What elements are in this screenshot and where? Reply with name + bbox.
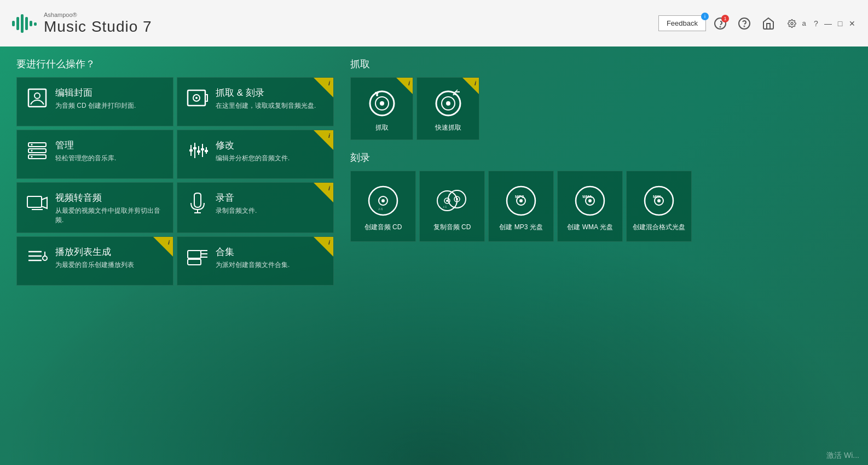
settings-ctrl[interactable]	[787, 19, 797, 28]
tile-playlist[interactable]: i 播放列表生成 为最爱的音乐创建播放列表	[16, 236, 173, 286]
record-desc: 录制音频文件.	[216, 206, 325, 216]
font-ctrl[interactable]: a	[799, 19, 809, 28]
svg-rect-32	[27, 196, 42, 207]
feedback-info-badge: i	[701, 13, 709, 20]
tile-quick-capture[interactable]: i 快速抓取	[416, 77, 479, 140]
tile-rip-burn[interactable]: i 抓取 & 刻录 在这里创建，读取或复制音频光盘.	[177, 77, 334, 126]
home-icon-button[interactable]	[759, 14, 778, 33]
close-ctrl[interactable]: ✕	[847, 19, 857, 28]
svg-rect-30	[201, 148, 204, 150]
modify-info-badge: i	[328, 132, 330, 139]
edit-cover-title: 编辑封面	[55, 86, 164, 99]
rip-burn-title: 抓取 & 刻录	[216, 86, 325, 99]
create-audio-cd-label: 创建音频 CD	[364, 223, 402, 232]
rip-burn-desc: 在这里创建，读取或复制音频光盘.	[216, 101, 325, 111]
help-icon-button[interactable]	[734, 14, 754, 33]
capture-section: 抓取 i 抓取	[350, 57, 852, 140]
playlist-info-badge: i	[168, 239, 170, 246]
record-title: 录音	[216, 191, 325, 204]
tile-modify[interactable]: i 修改	[177, 130, 334, 179]
svg-point-9	[744, 26, 745, 26]
record-icon	[186, 191, 209, 214]
svg-point-49	[376, 94, 378, 96]
titlebar-right: Feedback i 1	[658, 14, 857, 33]
svg-point-48	[380, 101, 384, 106]
video-audio-icon	[26, 191, 49, 214]
tile-copy-audio-cd[interactable]: ♪♫ 复制音频 CD	[419, 171, 485, 242]
create-wma-label: 创建 WMA 光盘	[567, 223, 612, 232]
support-icon-button[interactable]: 1	[710, 14, 730, 33]
window-controls: a ? — □ ✕	[787, 19, 857, 28]
svg-rect-29	[197, 150, 200, 153]
svg-rect-41	[188, 251, 201, 258]
left-section-title: 要进行什么操作？	[16, 57, 334, 71]
svg-rect-27	[189, 149, 193, 152]
create-mix-label: 创建混合格式光盘	[633, 223, 685, 232]
modify-text: 修改 编辑并分析您的音频文件.	[216, 139, 325, 163]
svg-point-71	[588, 199, 592, 202]
logo-area: Ashampoo® Music Studio 7	[11, 11, 152, 36]
tile-create-mp3[interactable]: MP3 创建 MP3 光盘	[488, 171, 554, 242]
svg-point-39	[43, 256, 47, 260]
svg-point-19	[31, 144, 33, 146]
collection-icon	[186, 246, 209, 269]
modify-icon	[186, 139, 209, 162]
manage-title: 管理	[55, 139, 164, 152]
svg-point-10	[791, 22, 793, 25]
minimize-ctrl[interactable]: —	[823, 19, 833, 28]
svg-point-52	[446, 101, 450, 106]
svg-point-75	[657, 199, 661, 202]
svg-text:MP3: MP3	[515, 194, 524, 199]
collection-info-badge: i	[328, 239, 330, 246]
svg-rect-28	[193, 147, 196, 149]
tile-create-audio-cd[interactable]: ♪♫ 创建音频 CD	[350, 171, 416, 242]
svg-rect-42	[188, 259, 201, 265]
brand-label: Ashampoo®	[44, 11, 152, 18]
create-wma-icon: WMA	[572, 183, 608, 218]
manage-desc: 轻松管理您的音乐库.	[55, 154, 164, 163]
quick-capture-info-badge: i	[474, 80, 476, 86]
question-ctrl[interactable]: ?	[811, 19, 821, 28]
capture-row: i 抓取 i	[350, 77, 852, 140]
video-audio-desc: 从最爱的视频文件中提取并剪切出音频.	[55, 206, 164, 225]
tile-record[interactable]: i 录音 录制音频文件.	[177, 182, 334, 233]
tile-video-audio[interactable]: 视频转音频 从最爱的视频文件中提取并剪切出音频.	[16, 182, 173, 233]
rip-burn-text: 抓取 & 刻录 在这里创建，读取或复制音频光盘.	[216, 86, 325, 111]
svg-point-7	[720, 26, 721, 27]
svg-point-67	[519, 199, 523, 202]
svg-rect-4	[30, 21, 32, 26]
tile-create-wma[interactable]: WMA 创建 WMA 光盘	[557, 171, 623, 242]
record-text: 录音 录制音频文件.	[216, 191, 325, 216]
capture-label: 抓取	[375, 123, 389, 132]
playlist-text: 播放列表生成 为最爱的音乐创建播放列表	[55, 246, 164, 270]
svg-rect-5	[34, 22, 37, 26]
copy-audio-cd-icon: ♪♫	[435, 183, 470, 218]
copy-audio-cd-label: 复制音频 CD	[433, 223, 471, 232]
feature-grid: 编辑封面 为音频 CD 创建并打印封面. i 抓取 & 刻录 在这里创建，读取或…	[16, 77, 334, 286]
svg-rect-0	[12, 21, 15, 26]
collection-desc: 为派对创建音频文件合集.	[216, 260, 325, 270]
capture-icon	[366, 87, 398, 120]
capture-info-badge: i	[408, 80, 410, 86]
capture-title: 抓取	[350, 57, 852, 71]
svg-point-63	[456, 198, 458, 200]
app-logo-icon	[11, 13, 38, 34]
feedback-button[interactable]: Feedback i	[658, 15, 706, 31]
quick-capture-label: 快速抓取	[435, 123, 461, 132]
maximize-ctrl[interactable]: □	[835, 19, 845, 28]
tile-edit-cover[interactable]: 编辑封面 为音频 CD 创建并打印封面.	[16, 77, 173, 126]
tile-capture[interactable]: i 抓取	[350, 77, 413, 140]
svg-text:WMA: WMA	[582, 195, 592, 199]
quick-capture-icon	[432, 87, 465, 120]
tile-create-mix[interactable]: MIX 创建混合格式光盘	[626, 171, 692, 242]
edit-cover-text: 编辑封面 为音频 CD 创建并打印封面.	[55, 86, 164, 111]
burn-title: 刻录	[350, 151, 852, 164]
playlist-title: 播放列表生成	[55, 246, 164, 258]
tile-manage[interactable]: 管理 轻松管理您的音乐库.	[16, 130, 173, 179]
tile-collection[interactable]: i 合集 为派对创建音频文件合集.	[177, 236, 334, 286]
app-title-area: Ashampoo® Music Studio 7	[44, 11, 152, 36]
edit-cover-icon	[26, 86, 49, 109]
manage-text: 管理 轻松管理您的音乐库.	[55, 139, 164, 163]
manage-icon	[26, 139, 49, 162]
collection-title: 合集	[216, 246, 325, 258]
